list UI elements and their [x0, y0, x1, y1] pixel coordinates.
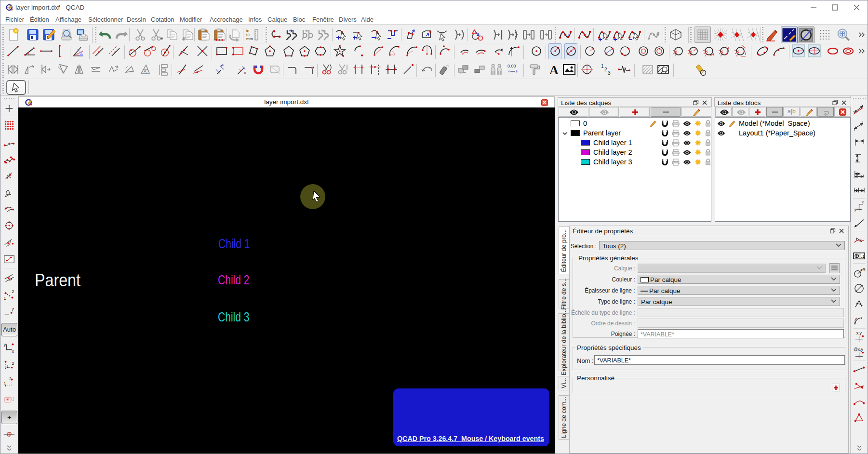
svg-text:2: 2	[12, 289, 14, 294]
svg-text:x: x	[862, 200, 864, 204]
svg-text:2: 2	[12, 361, 14, 366]
svg-text:mm: mm	[246, 37, 253, 41]
svg-text:x: x	[244, 70, 246, 75]
svg-text:x: x	[12, 349, 14, 353]
svg-text:A: A	[549, 63, 559, 76]
svg-text:y: y	[4, 342, 6, 347]
svg-text:1: 1	[6, 364, 9, 369]
svg-text:1: 1	[4, 381, 6, 386]
svg-text:A: A	[144, 69, 147, 74]
svg-text:.1: .1	[861, 254, 865, 259]
svg-text:3: 3	[608, 70, 611, 76]
svg-text:x,y: x,y	[856, 331, 862, 335]
svg-text:1: 1	[601, 64, 604, 69]
svg-text:2: 2	[604, 67, 607, 72]
svg-text:1: 1	[4, 296, 6, 301]
svg-text:@x,y: @x,y	[854, 347, 864, 352]
svg-text:0.00: 0.00	[507, 64, 516, 68]
svg-text:m: m	[246, 32, 250, 37]
svg-text:R: R	[862, 267, 866, 272]
svg-text:y: y	[855, 207, 856, 212]
